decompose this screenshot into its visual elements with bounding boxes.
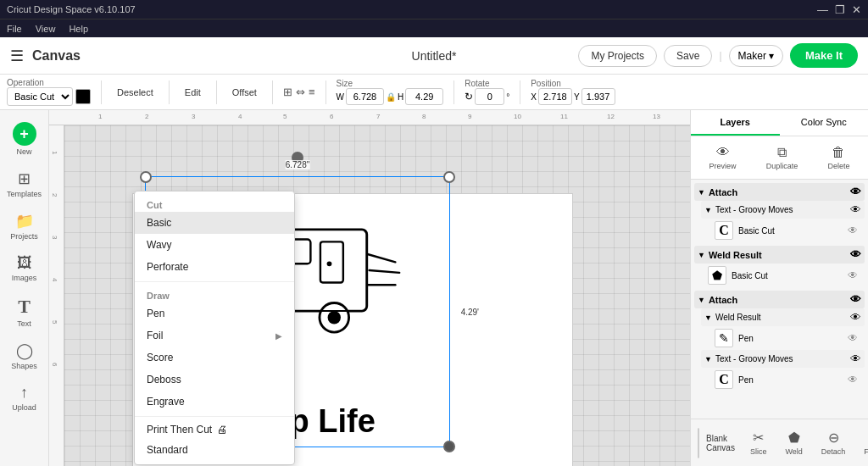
eye-icon-pen2[interactable]: 👁 [848, 374, 858, 386]
layer-item-pen[interactable]: ✎ Pen 👁 [701, 326, 865, 350]
layer-item-basic-cut[interactable]: C Basic Cut 👁 [701, 219, 865, 242]
layer-subgroup-text-groovy1[interactable]: ▼ Text - Groovy Moves 👁 [701, 201, 865, 219]
hamburger-icon[interactable]: ☰ [10, 47, 24, 65]
canvas-area[interactable]: 1 2 3 4 5 6 7 8 9 10 11 12 13 14 [49, 110, 690, 466]
menu-help[interactable]: Help [69, 24, 88, 34]
bottom-action-detach[interactable]: ⊖ Detach [813, 426, 854, 459]
eye-icon-basic[interactable]: 👁 [848, 225, 858, 236]
dropdown-item-foil[interactable]: Foil ▶ [135, 325, 294, 347]
layer-group-weld1-header[interactable]: ▼ Weld Result 👁 [694, 246, 865, 264]
eye-icon-pen[interactable]: 👁 [848, 332, 858, 344]
images-label: Images [12, 274, 37, 282]
size-section: Size W 🔒 H [337, 79, 444, 105]
chevron-icon: ▼ [704, 355, 712, 363]
draw-section-label: Draw [135, 286, 294, 302]
maker-button[interactable]: Maker ▾ [729, 45, 783, 67]
action-duplicate[interactable]: ⧉ Duplicate [760, 141, 805, 174]
action-delete[interactable]: 🗑 Delete [821, 141, 856, 174]
color-swatch[interactable] [75, 89, 91, 104]
layer-item-weld-basic[interactable]: ⬟ Basic Cut 👁 [694, 264, 865, 287]
layer-thumb-basic: C [715, 221, 733, 240]
maximize-btn[interactable]: ❐ [835, 3, 845, 16]
eye-icon-weld-basic[interactable]: 👁 [848, 269, 858, 281]
chevron-icon: ▼ [698, 296, 705, 304]
layers-content: ▼ Attach 👁 ▼ Text - Groovy Moves 👁 C Bas… [691, 180, 868, 419]
bottom-action-slice[interactable]: ✂ Slice [742, 426, 776, 459]
document-title: Untitled* [412, 49, 457, 63]
layer-pen-label: Pen [738, 334, 843, 343]
dropdown-item-standard[interactable]: Standard [135, 439, 294, 461]
layer-thumb-weld: ⬟ [708, 266, 726, 285]
rotate-input[interactable] [475, 88, 504, 105]
eye-icon-attach1[interactable]: 👁 [850, 186, 861, 198]
make-it-button[interactable]: Make It [790, 43, 858, 68]
minimize-btn[interactable]: — [817, 3, 828, 16]
divider2 [135, 416, 294, 417]
layer-group-attach2-header[interactable]: ▼ Attach 👁 [694, 291, 865, 308]
divider-1 [101, 80, 102, 104]
upload-label: Upload [12, 403, 36, 412]
left-sidebar: + New ⊞ Templates 📁 Projects 🖼 Images T … [0, 110, 49, 466]
my-projects-button[interactable]: My Projects [578, 45, 657, 67]
x-input[interactable] [538, 88, 572, 105]
eye-icon-text2[interactable]: 👁 [850, 352, 861, 365]
action-preview[interactable]: 👁 Preview [703, 141, 743, 174]
foil-submenu-arrow: ▶ [275, 331, 282, 341]
layer-subgroup-text-groovy2[interactable]: ▼ Text - Groovy Moves 👁 [701, 350, 865, 368]
shapes-icon: ◯ [16, 341, 33, 360]
handle-top-right[interactable] [443, 171, 455, 183]
dropdown-item-basic[interactable]: Basic [135, 212, 294, 234]
layer-group-attach1-header[interactable]: ▼ Attach 👁 [694, 183, 865, 201]
sidebar-item-upload[interactable]: ↑ Upload [3, 379, 46, 417]
menu-view[interactable]: View [36, 24, 56, 34]
tab-color-sync[interactable]: Color Sync [780, 110, 869, 136]
shapes-label: Shapes [11, 362, 37, 370]
flip-icon[interactable]: ⇔ [296, 86, 305, 98]
bottom-action-flatten[interactable]: ▣ Flatten [855, 426, 868, 459]
bottom-panel: Blank Canvas ✂ Slice ⬟ Weld ⊖ Detach ▣ F… [691, 419, 868, 466]
dropdown-item-score[interactable]: Score [135, 347, 294, 369]
save-button[interactable]: Save [664, 45, 712, 67]
layer-subgroup-weld2[interactable]: ▼ Weld Result 👁 [701, 308, 865, 326]
projects-label: Projects [10, 232, 38, 241]
edit-button[interactable]: Edit [180, 85, 206, 100]
divider-2 [169, 80, 170, 104]
menu-file[interactable]: File [7, 24, 22, 34]
sidebar-item-new[interactable]: + New [3, 117, 46, 161]
y-input[interactable] [581, 88, 615, 105]
svg-point-15 [328, 311, 341, 324]
layer-item-pen2[interactable]: C Pen 👁 [701, 368, 865, 391]
window-controls[interactable]: — ❐ ✕ [817, 3, 861, 16]
ruler-top: 1 2 3 4 5 6 7 8 9 10 11 12 13 14 [49, 110, 690, 125]
right-panel: Layers Color Sync 👁 Preview ⧉ Duplicate … [690, 110, 868, 466]
sidebar-item-images[interactable]: 🖼 Images [3, 249, 46, 287]
eye-icon-attach2[interactable]: 👁 [850, 293, 861, 306]
offset-button[interactable]: Offset [227, 85, 262, 100]
dropdown-item-engrave[interactable]: Engrave [135, 391, 294, 413]
text-groovy2-label: Text - Groovy Moves [715, 354, 793, 363]
width-input[interactable] [346, 88, 384, 105]
bottom-action-weld[interactable]: ⬟ Weld [776, 426, 810, 459]
close-btn[interactable]: ✕ [852, 3, 861, 16]
sidebar-item-shapes[interactable]: ◯ Shapes [3, 336, 46, 375]
divider-4 [272, 80, 273, 104]
eye-icon-weld2[interactable]: 👁 [850, 311, 861, 324]
sidebar-item-templates[interactable]: ⊞ Templates [3, 164, 46, 203]
dropdown-item-pen[interactable]: Pen [135, 302, 294, 325]
dropdown-item-wavy[interactable]: Wavy [135, 234, 294, 256]
sidebar-item-projects[interactable]: 📁 Projects [3, 207, 46, 246]
dropdown-item-perforate[interactable]: Perforate [135, 256, 294, 278]
eye-icon-weld1[interactable]: 👁 [850, 248, 861, 261]
handle-bottom-right[interactable] [443, 441, 455, 452]
arrange-icon[interactable]: ⊞ [283, 86, 292, 98]
tab-layers[interactable]: Layers [691, 110, 780, 136]
sidebar-item-text[interactable]: T Text [3, 291, 46, 333]
height-input[interactable] [405, 88, 443, 105]
dropdown-item-deboss[interactable]: Deboss [135, 369, 294, 391]
eye-icon-text1[interactable]: 👁 [850, 203, 861, 216]
deselect-button[interactable]: Deselect [112, 85, 159, 100]
operation-select[interactable]: Basic Cut [7, 87, 73, 106]
handle-top-left[interactable] [140, 171, 152, 183]
layer-group-attach1: ▼ Attach 👁 ▼ Text - Groovy Moves 👁 C Bas… [694, 183, 865, 242]
align-icon[interactable]: ≡ [309, 86, 315, 98]
